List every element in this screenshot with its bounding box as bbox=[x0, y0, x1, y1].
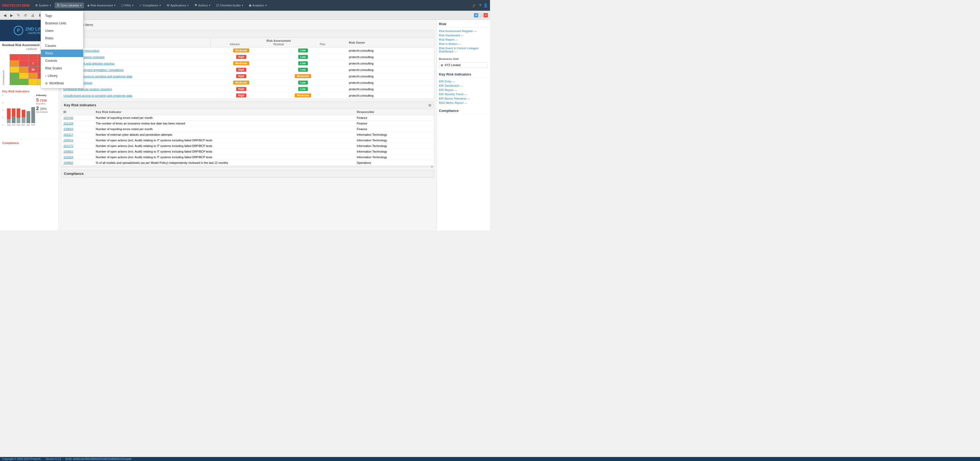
help-icon[interactable]: ? bbox=[479, 3, 481, 8]
user-icon[interactable]: 👤 bbox=[483, 3, 488, 8]
back-button[interactable]: ◀ bbox=[2, 12, 8, 18]
nav-compliance[interactable]: ✓ Compliance ▼ bbox=[137, 2, 164, 8]
kri-table-body: 101242 Number of reporting errors noted … bbox=[61, 115, 434, 166]
kri-link-100862[interactable]: 100862 bbox=[64, 161, 73, 164]
bar-jan-grey bbox=[27, 111, 30, 123]
close-button[interactable]: ✕ bbox=[484, 13, 488, 18]
kri-resize-handle[interactable]: ⊕ bbox=[61, 166, 434, 167]
bar-nov-red bbox=[17, 108, 20, 118]
graduation-icon[interactable]: 🎓 bbox=[473, 3, 477, 8]
risk-details-section: Risk Details Risk Name Risk Assessment I… bbox=[61, 30, 434, 99]
edit-button[interactable]: ✎ bbox=[16, 12, 21, 18]
kri-link-100852[interactable]: 100852 bbox=[64, 150, 73, 153]
dropdown-tags[interactable]: Tags bbox=[41, 12, 83, 19]
bar-feb-grey bbox=[31, 107, 35, 123]
badge-high-4: High bbox=[236, 68, 247, 72]
right-link-risk-report[interactable]: Risk Report — bbox=[439, 38, 488, 41]
nav-risk-assessment[interactable]: ◈ Risk Assessment ▼ bbox=[85, 2, 118, 8]
dropdown-risks-label: Risks bbox=[45, 51, 53, 55]
kri-link-101172[interactable]: 101172 bbox=[64, 144, 73, 147]
right-link-risk-dashboard[interactable]: Risk Dashboard — bbox=[439, 34, 488, 37]
kri-link-101159[interactable]: 101159 bbox=[64, 122, 73, 125]
kri-link-101023[interactable]: 101023 bbox=[64, 156, 73, 159]
list-item: 101023 Number of open actions (incl. Aud… bbox=[61, 155, 434, 160]
inherent-cell-1: Moderate bbox=[210, 47, 272, 54]
forward-button[interactable]: ▶ bbox=[9, 12, 14, 18]
library-icon: ▪ bbox=[45, 75, 46, 77]
nav-applications[interactable]: ⚙ Applications ▼ bbox=[164, 2, 191, 8]
th-residual: Residual bbox=[256, 43, 301, 46]
bar-oct-red bbox=[12, 108, 16, 116]
list-item: 101172 Number of open actions (incl. Aud… bbox=[61, 143, 434, 149]
y-label-6: 6 bbox=[2, 102, 6, 104]
residual-cell-1: Low bbox=[272, 47, 334, 54]
nav-actions[interactable]: ⚑ Actions ▼ bbox=[192, 2, 213, 8]
owner-cell-7: protecht.consulting bbox=[347, 86, 434, 93]
dropdown-controls[interactable]: Controls bbox=[41, 57, 83, 64]
refresh-button[interactable]: ↺ bbox=[22, 12, 29, 18]
nav-analytics[interactable]: ◉ Analytics ▼ bbox=[247, 2, 269, 8]
applications-caret: ▼ bbox=[187, 4, 189, 7]
inherent-cell-6: Moderate bbox=[210, 80, 272, 86]
right-link-kri-entry[interactable]: KRI Entry — bbox=[439, 80, 488, 83]
compliance-section-header: Compliance bbox=[61, 170, 434, 177]
dropdown-risks[interactable]: Risks bbox=[41, 49, 83, 57]
main-content: All My Items Risk Details Risk Name bbox=[59, 20, 436, 231]
kri-link-101242[interactable]: 101242 bbox=[64, 116, 73, 120]
bar-jan: Jan bbox=[27, 111, 30, 126]
kri-indicator-cell: Number of open actions (incl. Audit) rel… bbox=[94, 137, 355, 143]
nav-kris[interactable]: ⬡ KRIs ▼ bbox=[119, 2, 136, 8]
kris-caret: ▼ bbox=[132, 4, 134, 7]
kri-link-101217[interactable]: 101217 bbox=[64, 133, 73, 136]
kri-link-100843[interactable]: 100843 bbox=[64, 128, 73, 131]
right-link-ras-metric-report[interactable]: RAS Metric Report — bbox=[439, 101, 488, 104]
kri-responsible-cell: Finance bbox=[355, 121, 434, 126]
right-link-kri-dashboard[interactable]: KRI Dashboard — bbox=[439, 84, 488, 87]
nav-checklist-audits[interactable]: ☑ Checklist Audits ▼ bbox=[214, 2, 246, 8]
checklist-audits-icon: ☑ bbox=[216, 3, 219, 7]
february-title: February bbox=[36, 94, 56, 97]
nav-core-libraries[interactable]: ☰ Core Libraries ▼ bbox=[54, 2, 84, 8]
right-link-risk-assessment-register[interactable]: Risk Assessment Register — bbox=[439, 29, 488, 33]
left-compliance-title: Compliance bbox=[2, 141, 56, 145]
residual-cell-2: Low bbox=[272, 54, 334, 60]
kri-link-100915[interactable]: 100915 bbox=[64, 139, 73, 142]
dropdown-risk-scales[interactable]: Risk Scales bbox=[41, 64, 83, 72]
dropdown-users[interactable]: Users bbox=[41, 27, 83, 35]
matrix-cell-r4c2 bbox=[19, 73, 29, 79]
right-link-risk-event-control[interactable]: Risk Event & Control Linkages Dashboard … bbox=[439, 46, 488, 53]
th-kri-indicator: Key Risk Indicator bbox=[94, 109, 355, 115]
badge-moderate-8: Moderate bbox=[295, 93, 311, 97]
bar-sep-red bbox=[7, 108, 11, 119]
bookmark-button[interactable]: ★ bbox=[474, 13, 478, 18]
logo-circle: P bbox=[14, 26, 23, 35]
restore-button[interactable]: ⬜ bbox=[479, 13, 483, 18]
right-link-kri-above-tolerance[interactable]: KRI Above Tolerance — bbox=[439, 97, 488, 100]
kri-id-cell: 101159 bbox=[61, 121, 94, 126]
right-compliance-section: Compliance bbox=[439, 109, 488, 114]
nav-system[interactable]: ⚙ System ▼ bbox=[33, 2, 54, 8]
dropdown-roles[interactable]: Roles bbox=[41, 35, 83, 42]
bu-expand-icon[interactable]: ⊞ bbox=[441, 64, 443, 67]
risk-link-8[interactable]: Unauthorized access to sensitive and emp… bbox=[64, 94, 132, 97]
right-link-kri-monthly-trend[interactable]: KRI Monthly Trend — bbox=[439, 93, 488, 96]
right-link-risk-in-motion[interactable]: Risk in Motion — bbox=[439, 42, 488, 46]
right-link-kri-report[interactable]: KRI Report — bbox=[439, 88, 488, 92]
right-panel: Risk Risk Assessment Register — Risk Das… bbox=[436, 20, 490, 231]
table-row: Unauthorized access to sensitive and emp… bbox=[61, 93, 434, 99]
dropdown-library[interactable]: ▪ Library bbox=[41, 72, 83, 80]
core-libraries-caret: ▼ bbox=[80, 4, 82, 7]
inherent-cell-4: High bbox=[210, 67, 272, 73]
dropdown-causes[interactable]: Causes bbox=[41, 42, 83, 49]
bar-nov: Nov bbox=[17, 108, 20, 126]
dropdown-workflows[interactable]: ⚙ Workflows bbox=[41, 80, 83, 87]
kri-resize-icon[interactable]: ⊕ bbox=[428, 103, 431, 107]
system-icon: ⚙ bbox=[35, 3, 38, 7]
table-row: Inadequate insurance coverage High Low p… bbox=[61, 54, 434, 60]
owner-cell-8: protecht.consulting bbox=[347, 93, 434, 99]
print-button[interactable]: 🖨 bbox=[29, 12, 36, 18]
bar-dec-red bbox=[22, 110, 25, 117]
table-row: Continuous disclosure Moderate Low prote… bbox=[61, 80, 434, 86]
dropdown-business-units[interactable]: Business Units bbox=[41, 19, 83, 27]
matrix-cell-r5c1 bbox=[10, 79, 19, 85]
